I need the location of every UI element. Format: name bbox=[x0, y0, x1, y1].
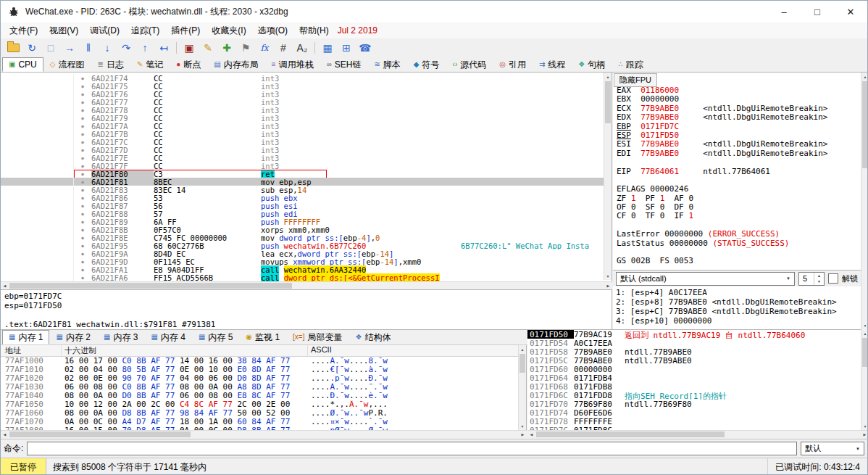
register-row[interactable]: EIP 77B64061 ntdll.77B64061 bbox=[617, 168, 859, 176]
argument-row[interactable]: 1: [esp+4] A0C17EEA bbox=[616, 288, 858, 297]
tab-breakpoints[interactable]: ●断点 bbox=[170, 57, 207, 72]
stack-row[interactable]: 0171FD6C0171FDD8指向SEH_Record[1]的指针 bbox=[527, 391, 861, 400]
disasm-row[interactable]: ●6AD21F8EC745 FC 00000000mov dword ptr s… bbox=[1, 234, 604, 241]
scroll-down-icon[interactable]: ▼ bbox=[604, 272, 612, 280]
menu-view[interactable]: 视图(V) bbox=[43, 22, 84, 39]
stack-horizontal-scrollbar[interactable]: ◀ ▶ bbox=[527, 430, 868, 438]
menu-file[interactable]: 文件(F) bbox=[4, 22, 43, 39]
breakpoint-dot[interactable]: ● bbox=[74, 257, 91, 265]
breakpoint-dot[interactable]: ● bbox=[74, 226, 91, 234]
disasm-row[interactable]: ●6AD21F8756push esi bbox=[1, 202, 604, 210]
breakpoint-dot[interactable]: ● bbox=[74, 106, 91, 114]
command-input[interactable] bbox=[27, 442, 797, 455]
disasm-row[interactable]: ●6AD21FA1E8 9A04D1FFcall wechatwin.6AA32… bbox=[1, 265, 604, 273]
breakpoint-dot[interactable]: ● bbox=[74, 90, 91, 98]
menu-plugins[interactable]: 插件(P) bbox=[165, 22, 206, 39]
breakpoint-dot[interactable]: ● bbox=[74, 130, 91, 138]
breakpoint-dot[interactable]: ● bbox=[74, 234, 91, 241]
breakpoint-dot[interactable]: ● bbox=[74, 98, 91, 106]
close-debuggee-icon[interactable]: □ bbox=[42, 40, 59, 56]
argument-row[interactable]: 4: [esp+10] 00000000 bbox=[616, 316, 858, 326]
stepper-arrows[interactable]: ▲▼ bbox=[814, 273, 824, 285]
disasm-row[interactable]: ●6AD21F76CCint3 bbox=[1, 90, 604, 98]
disasm-row[interactable]: ●6AD21F7CCCint3 bbox=[1, 138, 604, 146]
stack-row[interactable]: 0171FD5877B9ABE0ntdll.77B9ABE0 bbox=[527, 347, 861, 356]
scroll-down-icon[interactable]: ▼ bbox=[861, 422, 868, 430]
dump-vertical-scrollbar[interactable]: ▲ ▼ bbox=[518, 345, 526, 430]
disassembly-horizontal-scrollbar[interactable]: ◀ ▶ bbox=[1, 281, 612, 289]
disasm-row[interactable]: ●6AD21F80C3ret bbox=[1, 170, 604, 178]
breakpoint-dot[interactable]: ● bbox=[74, 170, 91, 178]
disasm-row[interactable]: ●6AD21F9568 60C2776Bpush wechatwin.6B77C… bbox=[1, 241, 604, 249]
minimize-button[interactable]: – bbox=[767, 1, 801, 22]
scroll-left-icon[interactable]: ◀ bbox=[527, 431, 535, 438]
scroll-up-icon[interactable]: ▲ bbox=[861, 73, 868, 80]
tab-memory-map[interactable]: ▤内存布局 bbox=[207, 57, 264, 72]
stack-row[interactable]: 0171FD5077B9AC19返回到 ntdll.77B9AC19 自 ntd… bbox=[527, 330, 861, 339]
scroll-up-icon[interactable]: ▲ bbox=[861, 329, 868, 337]
tab-handles[interactable]: ❖句柄 bbox=[572, 57, 612, 72]
fx-expression-icon[interactable]: fx bbox=[256, 40, 273, 56]
pause-icon[interactable]: ‖ bbox=[80, 40, 97, 56]
stack-row[interactable]: 0171FD78FFFFFFFE bbox=[527, 417, 861, 426]
breakpoint-dot[interactable]: ● bbox=[74, 186, 91, 194]
disasm-row[interactable]: ●6AD21F8383EC 14sub esp,14 bbox=[1, 186, 604, 194]
breakpoint-dot[interactable]: ● bbox=[74, 146, 91, 154]
menu-options[interactable]: 选项(O) bbox=[252, 22, 293, 39]
breakpoint-dot[interactable]: ● bbox=[74, 249, 91, 257]
step-back-icon[interactable]: ↤ bbox=[155, 40, 172, 56]
maximize-button[interactable]: □ bbox=[801, 1, 834, 22]
register-row[interactable]: CF 0 TF 0 IF 1 bbox=[617, 212, 859, 220]
disasm-row[interactable]: ●6AD21F7FCCint3 bbox=[1, 162, 604, 170]
stepper-down-icon[interactable]: ▼ bbox=[814, 278, 824, 285]
tab-source[interactable]: ‹›源代码 bbox=[446, 57, 493, 72]
breakpoint-dot[interactable]: ● bbox=[74, 273, 91, 281]
tab-struct[interactable]: ❖结构体 bbox=[349, 330, 398, 344]
argument-row[interactable]: 3: [esp+C] 77B9ABE0 <ntdll.DbgUiRemoteBr… bbox=[616, 307, 858, 316]
stack-row[interactable]: 0171FD640171FDB4 bbox=[527, 373, 861, 382]
tab-script[interactable]: ≋脚本 bbox=[367, 57, 406, 72]
stack-pane[interactable]: 0171FD5077B9AC19返回到 ntdll.77B9AC19 自 ntd… bbox=[527, 329, 861, 430]
disasm-row[interactable]: ●6AD21F77CCint3 bbox=[1, 98, 604, 106]
scroll-thumb[interactable] bbox=[9, 431, 191, 437]
unlock-checkbox[interactable] bbox=[828, 273, 838, 284]
argument-count-stepper[interactable]: 5 ▲▼ bbox=[798, 272, 825, 286]
registers-vertical-scrollbar[interactable]: ▲ ▼ bbox=[861, 73, 868, 329]
register-row[interactable]: GS 002B FS 0053 bbox=[617, 257, 859, 265]
disasm-row[interactable]: ●6AD21F79CCint3 bbox=[1, 114, 604, 122]
scroll-up-icon[interactable]: ▲ bbox=[519, 345, 526, 353]
step-over-icon[interactable]: ↷ bbox=[117, 40, 135, 56]
scroll-up-icon[interactable]: ▲ bbox=[604, 73, 612, 80]
registers-pane[interactable]: 隐藏FPU EAX 01186000EBX 00000000ECX 77B9AB… bbox=[613, 73, 861, 270]
comment-icon[interactable]: ✎ bbox=[199, 40, 217, 56]
open-file-icon[interactable] bbox=[4, 40, 22, 56]
favourites-icon[interactable]: ✚ bbox=[218, 40, 235, 56]
stepper-up-icon[interactable]: ▲ bbox=[814, 273, 824, 279]
register-row[interactable]: EDI 77B9ABE0 <ntdll.DbgUiRemoteBreakin> bbox=[617, 149, 859, 158]
disasm-row[interactable]: ●6AD21F74CCint3 bbox=[1, 74, 604, 82]
disasm-row[interactable]: ●6AD21F9D0F1145 ECmovups xmmword ptr ss:… bbox=[1, 257, 604, 265]
disasm-row[interactable]: ●6AD21F8653push ebx bbox=[1, 194, 604, 202]
dump-horizontal-scrollbar[interactable]: ◀ ▶ bbox=[1, 430, 527, 438]
execute-till-return-icon[interactable]: ↑ bbox=[136, 40, 154, 56]
stack-row[interactable]: 0171FD74D60FE6D6 bbox=[527, 408, 861, 417]
disasm-row[interactable]: ●6AD21FA6FF15 ACD5566Bcall dword ptr ds:… bbox=[1, 273, 604, 281]
tab-symbols[interactable]: ◆符号 bbox=[407, 57, 446, 72]
disasm-row[interactable]: ●6AD21F7DCCint3 bbox=[1, 146, 604, 154]
hash-strings-icon[interactable]: # bbox=[275, 40, 292, 56]
patches-icon[interactable]: ▣ bbox=[180, 40, 198, 56]
breakpoint-dot[interactable]: ● bbox=[74, 74, 91, 82]
stack-row[interactable]: 0171FD54A0C17EEA bbox=[527, 339, 861, 347]
breakpoint-dot[interactable]: ● bbox=[74, 154, 91, 162]
scroll-thumb[interactable] bbox=[605, 81, 611, 123]
run-icon[interactable]: → bbox=[61, 40, 78, 56]
breakpoint-dot[interactable]: ● bbox=[74, 265, 91, 273]
breakpoint-dot[interactable]: ● bbox=[74, 202, 91, 210]
breakpoint-dot[interactable]: ● bbox=[74, 82, 91, 90]
disasm-row[interactable]: ●6AD21F9A8D4D EClea ecx,dword ptr ss:[eb… bbox=[1, 249, 604, 257]
breakpoint-dot[interactable]: ● bbox=[74, 241, 91, 249]
register-row[interactable]: LastStatus 00000000 (STATUS_SUCCESS) bbox=[617, 239, 859, 248]
assemble-icon[interactable]: A₂ bbox=[293, 40, 311, 56]
stack-row[interactable]: 0171FD7077B69F80ntdll.77B69F80 bbox=[527, 400, 861, 408]
disasm-row[interactable]: ●6AD21F75CCint3 bbox=[1, 82, 604, 90]
